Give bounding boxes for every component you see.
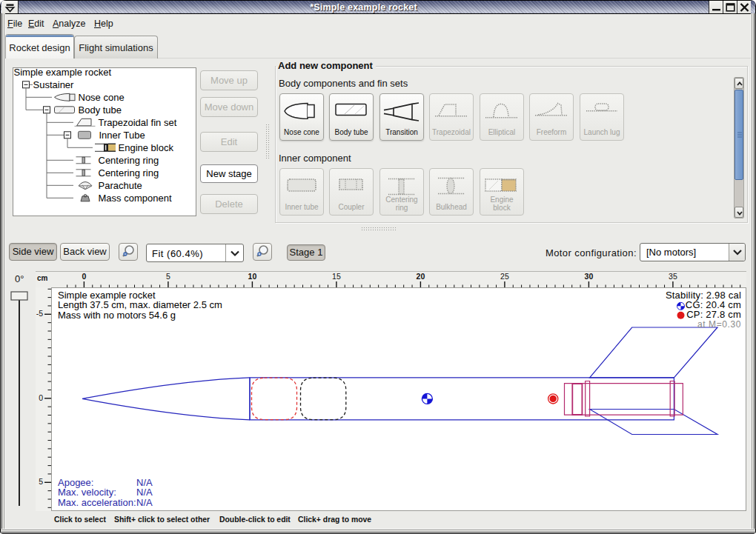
svg-text:25: 25 (500, 272, 509, 281)
svg-text:30: 30 (585, 272, 594, 281)
svg-text:15: 15 (332, 272, 341, 281)
svg-text:5: 5 (39, 477, 43, 486)
svg-text:0: 0 (82, 272, 86, 281)
svg-text:0: 0 (39, 393, 43, 402)
svg-text:35: 35 (669, 272, 677, 281)
svg-text:-5: -5 (36, 309, 43, 318)
svg-text:20: 20 (417, 272, 425, 281)
svg-text:10: 10 (248, 272, 257, 281)
svg-text:5: 5 (166, 272, 170, 281)
